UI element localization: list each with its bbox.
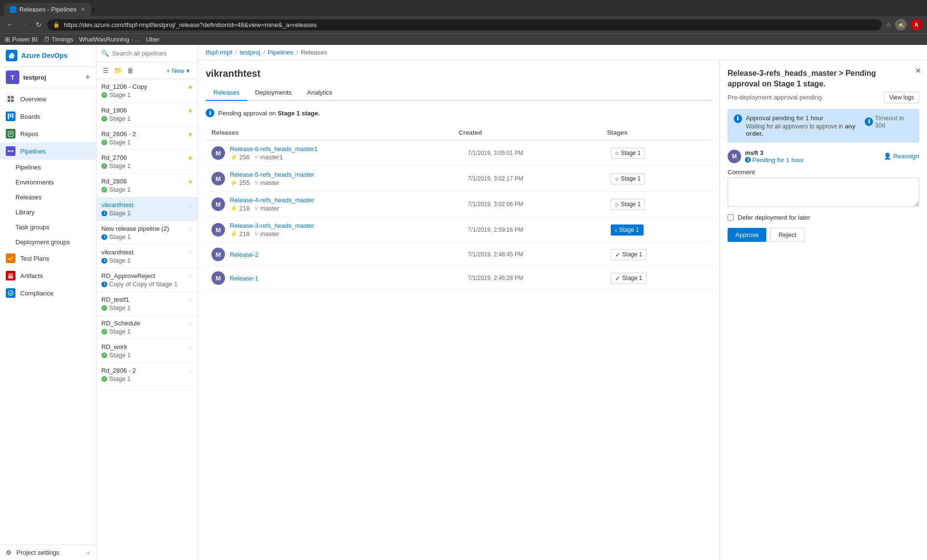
star-icon[interactable]: ☆ — [187, 201, 194, 209]
pipeline-entry[interactable]: RD_ApproveReject ℹ Copy of Copy of Stage… — [97, 268, 197, 292]
pipeline-entry[interactable]: vikranthtest ℹ Stage 1 ☆ — [97, 245, 197, 268]
pipeline-entry[interactable]: Rd_2806 - 2 ✓ Stage 1 ☆ — [97, 363, 197, 387]
stage-label: Stage 1 — [109, 351, 131, 359]
active-tab[interactable]: Releases - Pipelines ✕ — [4, 3, 91, 16]
reload-button[interactable]: ↻ — [34, 19, 43, 30]
user-avatar[interactable]: A — [911, 19, 922, 30]
stage-badge-icon: ○ — [615, 201, 619, 208]
tab-deployments[interactable]: Deployments — [247, 85, 299, 101]
bookmark-timings[interactable]: ⏱ Timings — [43, 36, 73, 43]
pipeline-entry[interactable]: New release pipeline (2) ℹ Stage 1 ☆ — [97, 221, 197, 245]
pipeline-entry[interactable]: Rd_2706 ✓ Stage 1 ★ — [97, 150, 197, 174]
close-panel-button[interactable]: ✕ — [915, 66, 921, 75]
collapse-icon[interactable]: « — [87, 549, 90, 556]
sidebar-project-settings[interactable]: ⚙ Project settings « — [0, 545, 96, 560]
release-name[interactable]: Release-2 — [230, 251, 468, 258]
release-stages: ‹ Stage 1 — [611, 224, 706, 236]
stage-badge[interactable]: ✓ Stage 1 — [611, 273, 646, 284]
release-name[interactable]: Release-5-refs_heads_master — [230, 171, 468, 178]
comment-textarea[interactable] — [728, 178, 919, 207]
defer-checkbox[interactable] — [728, 214, 734, 221]
pipeline-entry[interactable]: RD_testf1 ✓ Stage 1 ☆ — [97, 292, 197, 316]
release-name[interactable]: Release-4-refs_heads_master — [230, 196, 468, 204]
sidebar-item-environments[interactable]: Environments — [0, 175, 96, 190]
star-icon[interactable]: ☆ — [187, 367, 194, 375]
stage-badge[interactable]: ○ Stage 1 — [611, 148, 645, 159]
sidebar-item-compliance[interactable]: Compliance — [0, 284, 96, 302]
pipeline-entry[interactable]: RD_Schedule ✓ Stage 1 ☆ — [97, 316, 197, 339]
delete-button[interactable]: 🗑 — [126, 65, 135, 76]
bookmark-powerbi[interactable]: ⊞ Power BI — [5, 36, 38, 43]
bookmark-whatwasrunning[interactable]: WhatWasRunning - ... — [79, 36, 140, 43]
star-icon[interactable]: ☆ — [187, 249, 194, 256]
breadcrumb-org[interactable]: tfspf-rmpf — [206, 49, 232, 56]
approve-button[interactable]: Approve — [728, 228, 766, 242]
release-info: Release-5-refs_heads_master ⚡ 255 ⑂ mast… — [230, 171, 468, 186]
sidebar: Azure DevOps T testproj + Overview Board… — [0, 45, 97, 560]
comment-label: Comment — [728, 168, 919, 176]
star-icon[interactable]: ★ — [187, 130, 194, 138]
pipeline-entry[interactable]: Rd_2606 - 2 ✓ Stage 1 ★ — [97, 126, 197, 150]
list-view-button[interactable]: ☰ — [101, 65, 111, 76]
pipeline-entry[interactable]: Rd_1206 - Copy ✓ Stage 1 ★ — [97, 79, 197, 103]
star-icon[interactable]: ☆ — [187, 225, 194, 233]
devops-logo-icon — [6, 50, 17, 61]
add-project-button[interactable]: + — [85, 73, 90, 82]
search-input[interactable] — [112, 50, 193, 57]
stage-label: Stage 1 — [109, 186, 131, 193]
project-settings-label: Project settings — [16, 549, 59, 556]
project-avatar: T — [6, 70, 19, 84]
star-icon[interactable]: ★ — [187, 154, 194, 162]
sidebar-item-boards[interactable]: Boards — [0, 108, 96, 125]
pending-banner: ℹ Pending approval on Stage 1 stage. — [206, 109, 712, 117]
approver-name: msft 3 — [745, 149, 804, 156]
star-icon[interactable]: ★ — [187, 178, 194, 185]
sidebar-item-deployment-groups[interactable]: Deployment groups — [0, 235, 96, 250]
pipeline-entry[interactable]: RD_work ✓ Stage 1 ☆ — [97, 339, 197, 363]
stage-label: Stage 1 — [109, 304, 131, 311]
star-icon[interactable]: ☆ — [187, 343, 194, 351]
sidebar-item-overview[interactable]: Overview — [0, 90, 96, 108]
address-bar[interactable]: 🔒 https://dev.azure.com/tfspf-rmpf/testp… — [47, 19, 882, 30]
breadcrumb-pipelines[interactable]: Pipelines — [268, 49, 294, 56]
bookmark-uber[interactable]: Uber — [146, 36, 159, 43]
forward-button[interactable]: → — [19, 19, 30, 30]
star-icon[interactable]: ★ — [187, 107, 194, 114]
tab-releases[interactable]: Releases — [206, 85, 247, 101]
breadcrumb-project[interactable]: testproj — [240, 49, 261, 56]
tab-analytics[interactable]: Analytics — [299, 85, 340, 101]
sidebar-item-task-groups[interactable]: Task groups — [0, 220, 96, 235]
sidebar-item-repos[interactable]: Repos — [0, 125, 96, 142]
sidebar-item-library[interactable]: Library — [0, 205, 96, 220]
release-name[interactable]: Release-1 — [230, 275, 468, 282]
star-icon[interactable]: ☆ — [187, 272, 194, 280]
pipeline-entry[interactable]: Rd_2806 ✓ Stage 1 ★ — [97, 174, 197, 197]
reject-button[interactable]: Reject — [770, 228, 804, 242]
star-icon[interactable]: ☆ — [187, 320, 194, 327]
back-button[interactable]: ← — [5, 19, 15, 30]
view-logs-button[interactable]: View logs — [884, 92, 919, 103]
new-tab-button[interactable]: + — [92, 6, 96, 13]
sidebar-item-pipelines-sub[interactable]: Pipelines — [0, 160, 96, 175]
stage-badge[interactable]: ‹ Stage 1 — [611, 224, 644, 236]
release-name[interactable]: Release-6-refs_heads_master1 — [230, 145, 468, 153]
release-name[interactable]: Release-3-refs_heads_master — [230, 222, 468, 229]
star-icon[interactable]: ☆ — [885, 21, 891, 28]
sidebar-item-artifacts[interactable]: Artifacts — [0, 267, 96, 284]
sidebar-project[interactable]: T testproj + — [0, 67, 96, 88]
compliance-icon — [6, 288, 15, 298]
new-pipeline-button[interactable]: + New ▾ — [163, 66, 193, 76]
folder-view-button[interactable]: 📁 — [112, 65, 124, 76]
stage-badge[interactable]: ○ Stage 1 — [611, 199, 645, 210]
pipeline-entry[interactable]: Rd_1906 ✓ Stage 1 ★ — [97, 103, 197, 126]
stage-badge[interactable]: ✓ Stage 1 — [611, 249, 646, 260]
sidebar-item-pipelines[interactable]: Pipelines — [0, 142, 96, 160]
sidebar-item-releases[interactable]: Releases — [0, 190, 96, 205]
pipeline-entry[interactable]: vikranthtest ℹ Stage 1 ☆ — [97, 197, 197, 221]
reassign-button[interactable]: 👤 Reassign — [884, 153, 919, 160]
star-icon[interactable]: ★ — [187, 83, 194, 91]
stage-badge[interactable]: ○ Stage 1 — [611, 173, 645, 184]
sidebar-item-test-plans[interactable]: Test Plans — [0, 250, 96, 267]
star-icon[interactable]: ☆ — [187, 296, 194, 304]
close-tab-button[interactable]: ✕ — [81, 6, 85, 13]
